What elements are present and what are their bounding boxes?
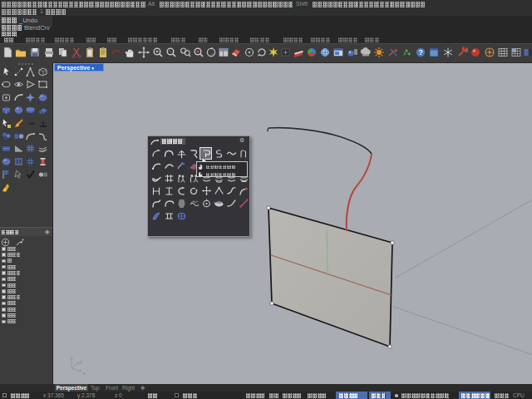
svg-text:?: ? xyxy=(418,48,422,57)
svg-text:y: y xyxy=(80,359,82,364)
svg-text:x: x xyxy=(83,371,86,376)
